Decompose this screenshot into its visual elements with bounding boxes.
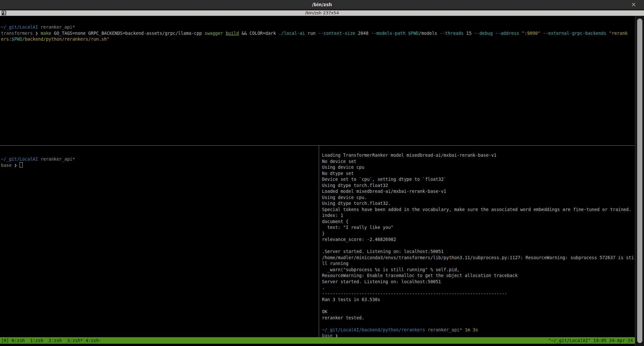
- tmux-pane-horizontal-divider[interactable]: [0, 145, 635, 146]
- terminal-line: index: 1: [322, 212, 634, 219]
- text-segment: "rerank: [609, 31, 628, 36]
- terminal-line: Server started. Listening on: localhost:…: [322, 279, 634, 285]
- text-segment: [25, 338, 30, 343]
- text-segment: ~/_git/LocalAI: [1, 24, 38, 30]
- tmux-status-bar: [0] 0:zsh 1:zsh 2:zsh 3:zsh* 4:zsh- "~/_…: [0, 337, 635, 344]
- terminal-line: No dtype set: [322, 170, 634, 177]
- text-segment: $PWD: [12, 36, 22, 42]
- text-segment: ~/_git/LocalAI: [1, 156, 38, 162]
- text-segment: base: [1, 163, 14, 168]
- terminal-line: }: [322, 231, 634, 237]
- tmux-pane-bottom-right[interactable]: Loading TransformerRanker model mixedbre…: [322, 152, 634, 339]
- terminal-line: ResourceWarning: Enable tracemalloc to g…: [322, 273, 634, 279]
- text-segment: reranker_api*: [41, 156, 75, 162]
- tmux-window-list: [0] 0:zsh 1:zsh 2:zsh 3:zsh* 4:zsh-: [1, 337, 101, 344]
- window-titlebar: /bin/zsh ×: [0, 0, 644, 9]
- text-segment: 1m 3s: [465, 327, 478, 332]
- text-segment: --external-grpc-backends: [543, 31, 609, 36]
- text-segment: /backend/python/rerankers/run.sh": [22, 36, 109, 42]
- tmux-window-2[interactable]: 2:zsh: [48, 338, 62, 343]
- terminal-line: ers:$PWD/backend/python/rerankers/run.sh…: [1, 36, 634, 42]
- text-segment: build: [226, 31, 239, 36]
- terminal-line: Loaded model mixedbread-ai/mxbai-rerank-…: [322, 188, 634, 194]
- terminal-line: transformers ❯ make GO_TAGS=none GRPC_BA…: [1, 30, 634, 36]
- terminal-line: base ❯: [1, 162, 318, 168]
- terminal-line: Using dtype torch.float32: [322, 182, 634, 189]
- text-segment: ./local-ai: [278, 31, 307, 36]
- xterm-titlebar: /bin/zsh 237x54: [0, 10, 644, 16]
- text-segment: [83, 338, 86, 343]
- terminal-line: _warn("subprocess %s is still running" %…: [322, 267, 634, 273]
- text-segment: make: [41, 31, 54, 36]
- terminal-line: No device set: [322, 158, 634, 165]
- terminal-line: OK: [322, 309, 634, 315]
- close-icon[interactable]: ×: [629, 0, 638, 9]
- text-segment: --context-size: [318, 31, 358, 36]
- text-segment: ❯: [35, 31, 41, 36]
- text-segment: reranker_api*: [428, 327, 465, 332]
- text-segment: ❯: [14, 163, 20, 168]
- scrollbar-thumb[interactable]: [637, 19, 642, 343]
- scrollbar-track[interactable]: [635, 16, 644, 346]
- terminal-line: relevance_score: -2.46826982: [322, 236, 634, 243]
- text-segment: [38, 24, 41, 30]
- terminal-line: Using device cpu: [322, 164, 634, 170]
- text-segment: ~/_git/LocalAI/backend/python/rerankers: [322, 327, 425, 332]
- tmux-pane-bottom-left[interactable]: ~/_git/LocalAI reranker_api*base ❯: [1, 156, 318, 168]
- text-segment: [43, 338, 48, 343]
- text-segment: --debug: [474, 31, 495, 36]
- terminal-line: ~/_git/LocalAI reranker_api*: [1, 156, 318, 162]
- text-segment: [38, 156, 41, 162]
- text-segment: [425, 327, 428, 332]
- text-segment: --address: [495, 31, 522, 36]
- terminal-line: /home/mudler/miniconda3/envs/transformer…: [322, 255, 634, 261]
- tmux-window-3-current[interactable]: 3:zsh*: [67, 338, 83, 343]
- terminal-line: .Server started. Listening on: localhost…: [322, 248, 634, 255]
- terminal-line: Ran 3 tests in 63.530s: [322, 297, 634, 303]
- terminal-line: .: [322, 285, 634, 291]
- text-segment: && COLOR=dark: [239, 31, 279, 36]
- text-segment: 2048: [358, 31, 371, 36]
- text-segment: ers:: [1, 36, 12, 42]
- terminal-line: Loading TransformerRanker model mixedbre…: [322, 152, 634, 158]
- tmux-window-4-last[interactable]: 4:zsh-: [86, 338, 101, 343]
- terminal-line: [322, 303, 634, 309]
- terminal-line: ll running: [322, 260, 634, 267]
- tmux-pane-top[interactable]: ~/_git/LocalAI reranker_api*transformers…: [1, 24, 634, 42]
- text-segment: $PWD: [408, 31, 419, 36]
- tmux-session-label: [0]: [1, 338, 12, 343]
- text-segment: --models-path: [371, 31, 408, 36]
- text-segment: reranker_api*: [41, 24, 75, 30]
- terminal-line: ~/_git/LocalAI reranker_api*: [1, 24, 634, 30]
- terminal-line: reranker tested.: [322, 315, 634, 321]
- terminal-line: ----------------------------------------…: [322, 291, 634, 297]
- text-segment: swagger: [205, 31, 226, 36]
- unfocused-cursor: [20, 162, 23, 167]
- terminal-line: document {: [322, 219, 634, 225]
- tmux-window-1[interactable]: 1:zsh: [30, 338, 43, 343]
- tmux-pane-vertical-divider[interactable]: [319, 146, 319, 337]
- text-segment: transformers: [1, 31, 35, 36]
- text-segment: --threads: [440, 31, 466, 36]
- terminal-line: text: "I really like you": [322, 224, 634, 231]
- tmux-status-right: "~/_git/LocalAI" 19:05 24-Apr-24: [548, 337, 633, 344]
- window-menu-icon[interactable]: [2, 11, 6, 15]
- text-segment: 15: [466, 31, 474, 36]
- terminal-line: [322, 243, 634, 249]
- terminal-line: Special tokens have been added in the vo…: [322, 206, 634, 213]
- text-segment: ":9090": [522, 31, 543, 36]
- terminal-line: Using dtype torch.float32.: [322, 200, 634, 206]
- text-segment: [62, 338, 67, 343]
- terminal-line: Device set to `cpu`, setting dtype to `f…: [322, 176, 634, 182]
- terminal-line: Using device cpu.: [322, 194, 634, 201]
- window-title: /bin/zsh: [312, 2, 332, 7]
- terminal-line: [322, 321, 634, 327]
- text-segment: GO_TAGS=none GRPC_BACKENDS=backend-asset…: [54, 31, 205, 36]
- text-segment: run: [308, 31, 318, 36]
- screen: { "window": { "title": "/bin/zsh", "clos…: [0, 0, 644, 346]
- tmux-window-0[interactable]: 0:zsh: [12, 338, 25, 343]
- terminal-line: ~/_git/LocalAI/backend/python/rerankers …: [322, 327, 634, 333]
- text-segment: /models: [419, 31, 440, 36]
- xterm-title: /bin/zsh 237x54: [303, 10, 341, 15]
